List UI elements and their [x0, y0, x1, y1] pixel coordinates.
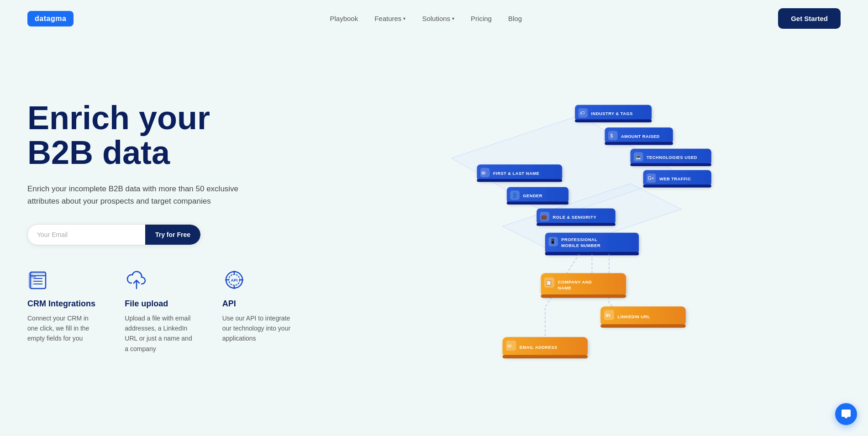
get-started-button[interactable]: Get Started	[778, 8, 841, 29]
svg-text:PROFESSIONAL: PROFESSIONAL	[561, 237, 597, 242]
nav-links: Playbook Features ▾ Solutions ▾ Pricing …	[330, 15, 522, 23]
svg-rect-24	[605, 142, 673, 145]
svg-rect-70	[503, 337, 588, 357]
svg-rect-19	[575, 119, 652, 122]
feature-upload-title: File upload	[125, 299, 195, 309]
nav-features[interactable]: Features ▾	[374, 15, 405, 22]
feature-api-title: API	[222, 299, 292, 309]
svg-text:📱: 📱	[550, 238, 556, 244]
crm-icon: CRM	[27, 268, 51, 292]
feature-crm-desc: Connect your CRM in one click, we fill i…	[27, 313, 97, 344]
svg-rect-66	[600, 324, 686, 327]
svg-text:✉: ✉	[507, 343, 511, 349]
svg-rect-29	[631, 163, 711, 167]
svg-rect-67	[604, 310, 614, 320]
svg-text:MOBILE NUMBER: MOBILE NUMBER	[561, 243, 600, 248]
svg-rect-49	[537, 223, 615, 226]
svg-text:NAME: NAME	[558, 286, 571, 290]
nav-pricing[interactable]: Pricing	[471, 15, 492, 22]
svg-text:COMPANY AND: COMPANY AND	[558, 280, 592, 284]
svg-text:👤: 👤	[512, 192, 518, 198]
svg-rect-25	[608, 131, 618, 141]
svg-rect-60	[541, 294, 626, 298]
chevron-down-icon: ▾	[403, 16, 405, 21]
svg-rect-20	[579, 108, 588, 118]
svg-rect-30	[634, 152, 643, 162]
svg-rect-61	[544, 278, 554, 288]
feature-file-upload: File upload Upload a file with email add…	[125, 268, 195, 354]
svg-text:📋: 📋	[546, 279, 552, 286]
svg-text:$: $	[610, 133, 613, 138]
email-form: Try for Free	[27, 224, 201, 245]
feature-upload-desc: Upload a file with email addresses, a Li…	[125, 313, 195, 354]
hero-subtitle: Enrich your incomplete B2B data with mor…	[27, 183, 247, 207]
nav-blog[interactable]: Blog	[508, 15, 522, 22]
svg-rect-43	[507, 187, 568, 203]
svg-text:AMOUNT RAISED: AMOUNT RAISED	[621, 134, 660, 139]
svg-text:INDUSTRY & TAGS: INDUSTRY & TAGS	[591, 111, 633, 116]
svg-rect-23	[605, 127, 673, 143]
svg-text:GENDER: GENDER	[523, 194, 542, 198]
svg-rect-39	[477, 179, 563, 182]
svg-rect-65	[600, 306, 686, 326]
svg-rect-71	[503, 355, 588, 358]
logo[interactable]: datagma	[27, 11, 74, 26]
svg-marker-17	[503, 184, 682, 252]
hero-title: Enrich your B2B data	[27, 101, 292, 170]
svg-text:WEB TRAFFIC: WEB TRAFFIC	[659, 177, 691, 181]
svg-text:🏷: 🏷	[580, 110, 585, 116]
svg-text:💼: 💼	[541, 214, 547, 220]
svg-text:LINKEDIN URL: LINKEDIN URL	[618, 315, 650, 319]
hero-diagram: .dash-line { stroke: #aac; stroke-width:…	[292, 64, 841, 384]
try-for-free-button[interactable]: Try for Free	[145, 225, 200, 245]
svg-rect-28	[631, 149, 711, 165]
svg-marker-16	[452, 116, 682, 218]
svg-rect-34	[643, 184, 711, 188]
svg-text:in: in	[605, 312, 610, 318]
nav-playbook[interactable]: Playbook	[330, 15, 358, 22]
email-input[interactable]	[28, 225, 145, 245]
svg-text:CRM: CRM	[30, 275, 36, 278]
svg-text:API: API	[231, 278, 237, 283]
cloud-upload-icon	[125, 268, 148, 292]
svg-text:ROLE & SENIORITY: ROLE & SENIORITY	[553, 215, 597, 220]
svg-rect-72	[506, 341, 516, 351]
svg-rect-38	[477, 164, 563, 180]
svg-text:ID: ID	[482, 171, 485, 175]
svg-rect-54	[545, 252, 639, 255]
svg-rect-35	[647, 173, 656, 183]
nav-solutions[interactable]: Solutions ▾	[422, 15, 454, 22]
chat-button[interactable]	[835, 403, 857, 425]
feature-crm-title: CRM Integrations	[27, 299, 97, 309]
svg-rect-40	[480, 168, 490, 178]
svg-text:G+: G+	[648, 176, 654, 181]
svg-rect-48	[537, 208, 615, 224]
feature-api-desc: Use our API to integrate our technology …	[222, 313, 292, 344]
svg-rect-50	[540, 212, 550, 221]
svg-text:FIRST & LAST NAME: FIRST & LAST NAME	[493, 171, 539, 176]
svg-text:TECHNOLOGIES USED: TECHNOLOGIES USED	[647, 155, 697, 160]
svg-rect-33	[643, 170, 711, 186]
svg-text:EMAIL ADDRESS: EMAIL ADDRESS	[520, 345, 558, 350]
svg-rect-53	[545, 233, 639, 254]
svg-rect-55	[548, 237, 558, 247]
svg-rect-44	[507, 202, 568, 205]
feature-api: API API Use our API to integrate our tec…	[222, 268, 292, 354]
chevron-down-icon: ▾	[452, 16, 454, 21]
svg-rect-45	[510, 190, 520, 200]
feature-crm: CRM CRM Integrations Connect your CRM in…	[27, 268, 97, 354]
svg-rect-59	[541, 273, 626, 296]
api-icon: API	[222, 268, 246, 292]
svg-text:💻: 💻	[636, 154, 641, 160]
svg-rect-18	[575, 105, 652, 121]
